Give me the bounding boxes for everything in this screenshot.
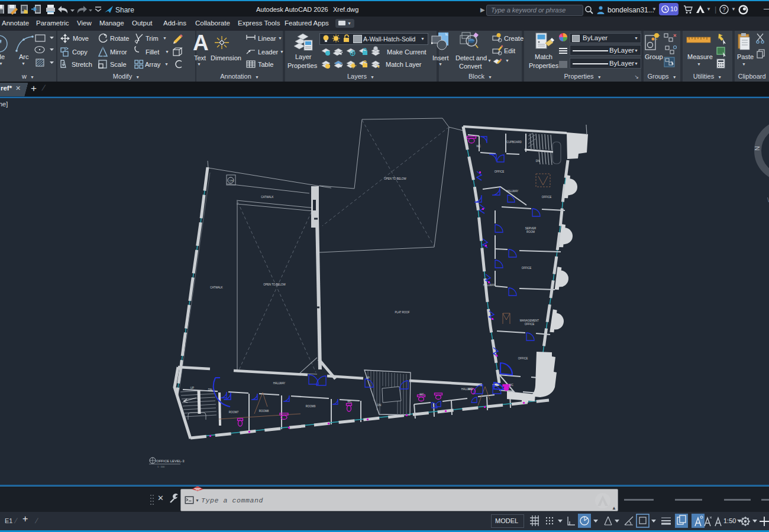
svg-text:OFFICE: OFFICE — [522, 267, 532, 270]
svg-text:OPEN TO BELOW: OPEN TO BELOW — [263, 283, 286, 286]
svg-text:CATWALK: CATWALK — [210, 286, 222, 289]
svg-text:UP: UP — [366, 377, 370, 379]
svg-text:CATWALK: CATWALK — [261, 196, 273, 199]
svg-text:CUPBOARD: CUPBOARD — [506, 141, 522, 144]
svg-text:UP: UP — [190, 387, 194, 390]
svg-text:WC: WC — [419, 393, 424, 396]
svg-text:1:50: 1:50 — [723, 517, 736, 524]
svg-text:HALLWAY: HALLWAY — [461, 388, 474, 391]
svg-text:OPEN TO BELOW: OPEN TO BELOW — [384, 177, 406, 180]
svg-text:HALLWAY: HALLWAY — [483, 284, 496, 287]
svg-text:SERVER: SERVER — [525, 227, 537, 230]
svg-text:OFFICE: OFFICE — [518, 357, 528, 360]
svg-text:OFFICE: OFFICE — [495, 170, 505, 173]
svg-text:ROOM8: ROOM8 — [259, 410, 269, 413]
svg-text:?: ? — [722, 7, 726, 13]
svg-text:OFFICE LEVEL-3: OFFICE LEVEL-3 — [156, 459, 185, 463]
svg-text:N: N — [754, 146, 761, 151]
svg-text:ROOM9: ROOM9 — [306, 405, 316, 408]
svg-text:DN: DN — [377, 404, 382, 407]
svg-text:WC: WC — [509, 384, 513, 387]
svg-text:DN: DN — [230, 179, 233, 182]
svg-text:WC: WC — [476, 145, 481, 148]
svg-text:PLAT ROOF: PLAT ROOF — [395, 311, 409, 314]
svg-text:OFFICE: OFFICE — [525, 323, 535, 326]
svg-text:HALLWAY: HALLWAY — [273, 382, 286, 385]
svg-text:DN: DN — [536, 160, 540, 163]
svg-text:DN: DN — [208, 388, 212, 391]
svg-text:1 : 100: 1 : 100 — [157, 465, 165, 468]
svg-text:ROOM7: ROOM7 — [229, 411, 239, 414]
svg-text:ne]: ne] — [0, 100, 8, 108]
svg-text:MANAGEMENT: MANAGEMENT — [520, 319, 539, 322]
svg-text:OFFICE: OFFICE — [542, 196, 552, 199]
svg-text:ROOM: ROOM — [526, 231, 535, 233]
svg-text:WC: WC — [347, 400, 352, 403]
svg-text:HALLWAY: HALLWAY — [506, 190, 519, 193]
